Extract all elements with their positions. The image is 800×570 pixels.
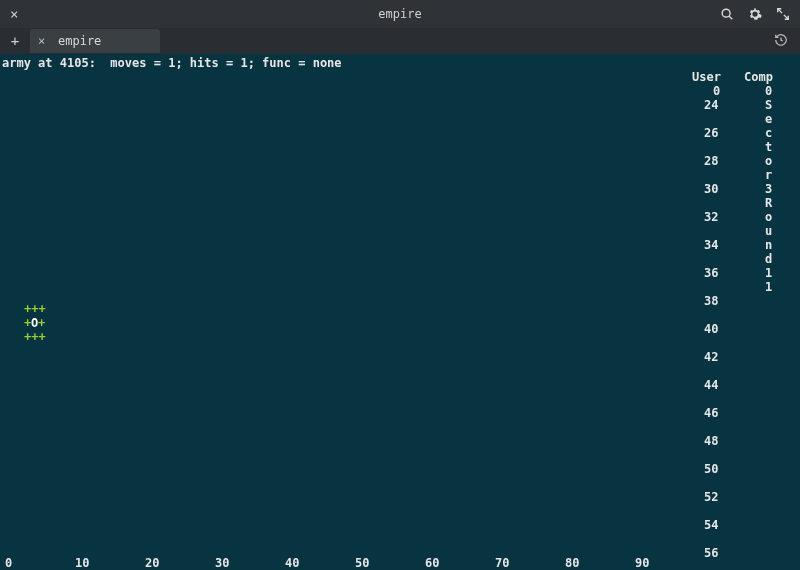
x-axis-label: 60 [425, 556, 439, 570]
fullscreen-icon[interactable] [776, 7, 790, 21]
header-user: User [692, 70, 721, 84]
row-label: 34 [704, 238, 718, 252]
comp-col-char: S [765, 98, 772, 112]
window-close-button[interactable]: × [10, 6, 18, 22]
x-axis-label: 50 [355, 556, 369, 570]
row-label: 48 [704, 434, 718, 448]
comp-col-char: 3 [765, 182, 772, 196]
tab-close-icon[interactable]: × [38, 34, 45, 48]
x-axis-label: 20 [145, 556, 159, 570]
gear-icon[interactable] [748, 7, 762, 21]
svg-point-0 [722, 9, 730, 17]
row-label: 52 [704, 490, 718, 504]
new-tab-button[interactable]: + [6, 32, 24, 50]
svg-line-1 [729, 16, 732, 19]
window-title: empire [0, 7, 800, 21]
row-label: 56 [704, 546, 718, 560]
row-label: 38 [704, 294, 718, 308]
comp-col-char: e [765, 112, 772, 126]
comp-col-char: o [765, 154, 772, 168]
row-label: 28 [704, 154, 718, 168]
row-label: 26 [704, 126, 718, 140]
row-label: 36 [704, 266, 718, 280]
header-comp: Comp [744, 70, 773, 84]
row-label: 42 [704, 350, 718, 364]
row-label: 30 [704, 182, 718, 196]
map-row-terrain: +++ [24, 302, 46, 316]
row-label: 40 [704, 322, 718, 336]
tab-label: empire [58, 34, 101, 48]
comp-col-char: 1 [765, 266, 772, 280]
comp-col-char: c [765, 126, 772, 140]
row-label: 46 [704, 406, 718, 420]
history-icon[interactable] [774, 33, 788, 47]
comp-col-char: R [765, 196, 772, 210]
search-icon[interactable] [720, 7, 734, 21]
comp-col-char: o [765, 210, 772, 224]
row-label: 44 [704, 378, 718, 392]
comp-col-char: n [765, 238, 772, 252]
game-terminal[interactable]: army at 4105: moves = 1; hits = 1; func … [0, 54, 800, 570]
x-axis-label: 90 [635, 556, 649, 570]
row-label: 32 [704, 210, 718, 224]
comp-col-char: 0 [765, 84, 772, 98]
row-label: 50 [704, 462, 718, 476]
comp-col-char: 1 [765, 280, 772, 294]
x-axis-label: 80 [565, 556, 579, 570]
x-axis-label: 40 [285, 556, 299, 570]
user-score: 0 [713, 84, 720, 98]
row-label: 24 [704, 98, 718, 112]
x-axis-label: 70 [495, 556, 509, 570]
comp-col-char: d [765, 252, 772, 266]
x-axis-label: 0 [5, 556, 12, 570]
map-row-terrain: + [38, 316, 45, 330]
x-axis-label: 30 [215, 556, 229, 570]
tab-empire[interactable]: × empire [30, 29, 160, 53]
comp-col-char: t [765, 140, 772, 154]
row-label: 54 [704, 518, 718, 532]
window-titlebar: × empire [0, 0, 800, 28]
status-line: army at 4105: moves = 1; hits = 1; func … [2, 56, 342, 70]
tab-bar: + × empire [0, 28, 800, 54]
x-axis-label: 10 [75, 556, 89, 570]
map-row-terrain: +++ [24, 330, 46, 344]
comp-col-char: r [765, 168, 772, 182]
comp-col-char: u [765, 224, 772, 238]
